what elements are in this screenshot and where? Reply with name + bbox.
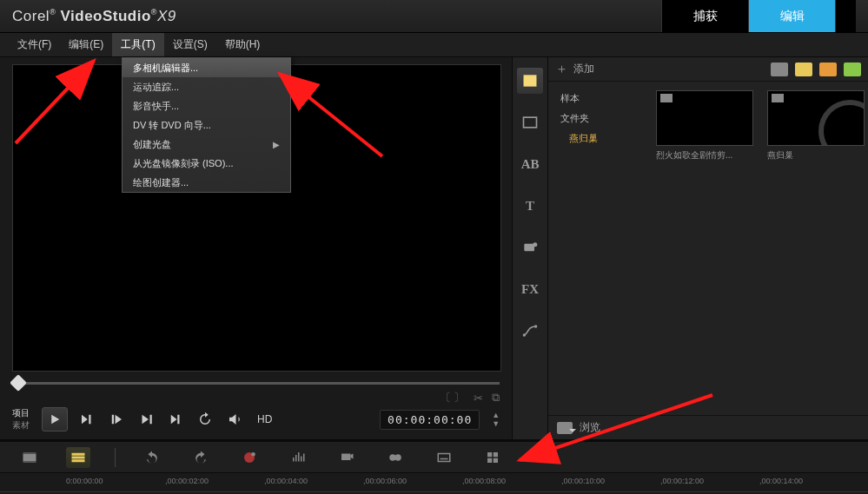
browse-icon[interactable] [557,422,573,434]
ruler-tick: ,00:00:02:00 [165,477,209,485]
thumbnail-label: 燕归巢 [767,149,865,161]
timeline-toolbar [0,442,868,473]
submenu-arrow-icon: ▶ [273,140,280,149]
end-button[interactable] [165,409,186,430]
thumbnail-label: 烈火如歌全剧情剪... [656,149,753,161]
svg-rect-13 [72,459,85,462]
svg-rect-12 [72,456,85,458]
version-text: X9 [157,8,176,24]
thumbnail-item[interactable]: 燕归巢 [767,90,865,161]
mode-tabs: 捕获 编辑 [661,0,856,32]
next-frame-button[interactable] [136,409,156,430]
svg-rect-1 [524,75,537,76]
product-text: VideoStudio [61,8,151,24]
transition-tab-icon[interactable]: AB [517,151,543,177]
menu-tools[interactable]: 工具(T) [112,33,163,56]
filter-tab-icon[interactable]: FX [517,276,543,302]
seek-bar[interactable] [12,375,500,391]
filter-video-icon[interactable] [795,63,812,76]
add-label: 添加 [573,62,594,76]
app-logo: Corel® VideoStudio®X9 [12,8,176,25]
add-folder-button[interactable]: ＋ 添加 [555,61,594,77]
instant-project-icon[interactable] [517,109,543,135]
mode-tab-edit[interactable]: 编辑 [748,0,835,32]
undo-button[interactable] [140,447,164,468]
prev-frame-button[interactable] [106,409,127,430]
folder-icon[interactable] [771,63,788,76]
tree-sample[interactable]: 样本 [548,89,653,109]
timeline-ruler[interactable]: 0:00:00:00 ,00:00:02:00 ,00:00:04:00 ,00… [0,473,868,492]
timecode-display[interactable]: 00:00:00:00 [380,410,480,430]
svg-rect-8 [23,453,36,461]
mixer-button[interactable] [286,447,310,468]
volume-button[interactable] [224,409,245,430]
svg-rect-3 [524,117,537,128]
svg-rect-9 [23,452,36,454]
svg-rect-20 [441,458,448,459]
track-motion-button[interactable] [383,447,407,468]
menu-item-burn-iso[interactable]: 从光盘镜像刻录 (ISO)... [123,154,290,173]
clip-mode-label[interactable]: 素材 [12,419,30,431]
menu-item-dv-to-dvd[interactable]: DV 转 DVD 向导... [123,115,290,135]
library-pane: ＋ 添加 样本 文件夹 燕归巢 烈火如歌全剧情剪... [548,57,868,439]
hd-label[interactable]: HD [257,413,272,425]
seek-knob[interactable] [10,374,27,392]
svg-point-18 [394,454,401,461]
svg-point-6 [523,333,526,336]
title-tab-icon[interactable]: T [517,193,543,219]
tree-folder[interactable]: 文件夹 [548,109,653,128]
path-tab-icon[interactable] [517,318,543,344]
project-mode-label[interactable]: 项目 [12,407,30,419]
plus-icon: ＋ [555,61,568,77]
svg-rect-11 [72,452,85,455]
auto-music-button[interactable] [335,447,359,468]
svg-point-7 [534,325,537,327]
ruler-tick: ,00:00:12:00 [660,477,704,485]
repeat-button[interactable] [195,409,215,430]
ruler-tick: ,00:00:04:00 [264,477,308,485]
player-controls: 项目 素材 HD 00:00:00:00 ▲▼ [0,405,512,439]
film-icon [772,94,784,102]
tree-selected-folder[interactable]: 燕归巢 [548,128,653,148]
svg-rect-0 [524,76,537,85]
svg-point-15 [251,452,255,457]
menu-file[interactable]: 文件(F) [9,33,60,56]
storyboard-view-button[interactable] [17,447,42,468]
menu-item-fastflick[interactable]: 影音快手... [123,96,290,115]
home-button[interactable] [76,409,97,430]
media-tab-icon[interactable] [517,68,543,94]
menu-item-create-disc[interactable]: 创建光盘▶ [123,135,290,154]
play-button[interactable] [42,407,68,431]
cut-icon[interactable]: ✂ [474,392,483,405]
filter-photo-icon[interactable] [819,63,837,76]
svg-rect-24 [494,458,498,462]
timeline-view-button[interactable] [66,447,90,468]
thumbnail-item[interactable]: 烈火如歌全剧情剪... [656,90,753,161]
menu-item-multicam[interactable]: 多相机编辑器... [123,58,290,77]
menu-item-motion-tracking[interactable]: 运动追踪... [123,77,290,96]
mode-tab-share-partial[interactable] [835,0,856,32]
menu-settings[interactable]: 设置(S) [164,33,216,56]
svg-rect-10 [23,461,36,463]
menu-edit[interactable]: 编辑(E) [60,33,112,56]
snapshot-icon[interactable]: ⧉ [492,391,500,405]
film-icon [660,94,673,102]
mark-in-icon[interactable]: 〔 〕 [440,390,466,405]
ruler-tick: ,00:00:14:00 [759,477,803,485]
subtitle-button[interactable] [432,447,456,468]
record-button[interactable] [237,447,262,468]
ruler-tick: ,00:00:10:00 [561,477,605,485]
mode-tab-capture[interactable]: 捕获 [661,0,748,32]
ruler-tick: ,00:00:06:00 [363,477,407,485]
browse-label[interactable]: 浏览 [580,420,600,435]
svg-rect-4 [524,244,534,251]
menu-help[interactable]: 帮助(H) [216,33,269,56]
menu-item-painting-creator[interactable]: 绘图创建器... [123,173,290,192]
multicam-button[interactable] [480,447,505,468]
filter-audio-icon[interactable] [844,63,861,76]
redo-button[interactable] [189,447,213,468]
graphic-tab-icon[interactable] [517,234,543,260]
timecode-stepper[interactable]: ▲▼ [492,411,500,428]
svg-rect-21 [487,452,492,457]
library-thumbnails: 烈火如歌全剧情剪... 燕归巢 [653,82,868,415]
